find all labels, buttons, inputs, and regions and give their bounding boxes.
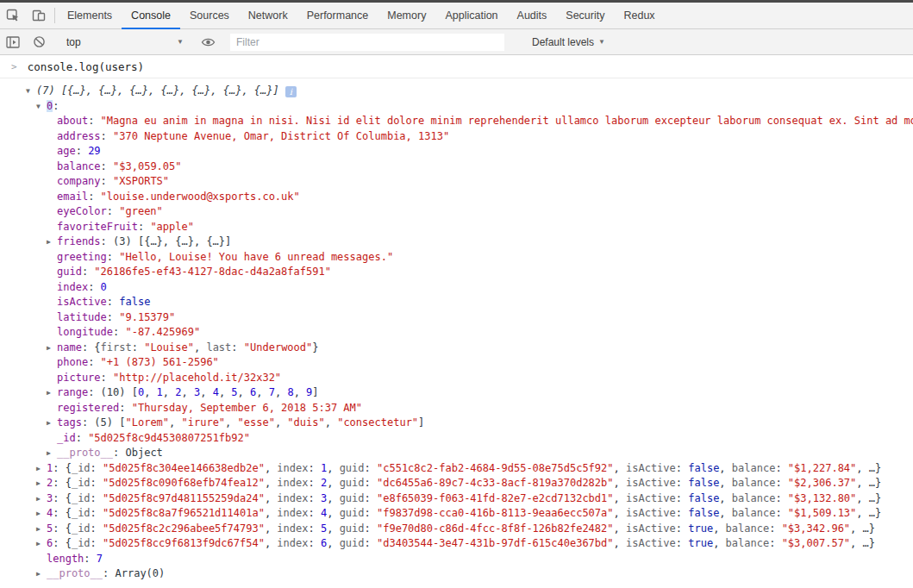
token-p: : — [231, 341, 243, 353]
expand-toggle-icon[interactable]: ▶ — [47, 385, 57, 401]
tab-sources[interactable]: Sources — [180, 3, 239, 29]
filter-input[interactable] — [230, 34, 504, 51]
token-k: address — [57, 130, 101, 142]
token-k: balance — [57, 160, 101, 172]
tree-row: _id: "5d025f8c9d4530807251fb92" — [0, 431, 913, 447]
token-k: email — [57, 191, 88, 203]
token-p: : — [76, 432, 88, 444]
token-p: : — [308, 477, 320, 489]
tree-row: greeting: "Hello, Louise! You have 6 unr… — [0, 250, 913, 266]
token-kd: isActive — [626, 462, 676, 474]
expand-toggle-icon[interactable]: ▼ — [36, 99, 47, 115]
token-p: : — [91, 492, 103, 504]
tab-application[interactable]: Application — [435, 3, 507, 29]
token-p: : — [775, 462, 787, 474]
expand-toggle-icon[interactable]: ▶ — [47, 446, 57, 461]
console-sidebar-icon[interactable] — [0, 36, 26, 48]
tab-elements[interactable]: Elements — [58, 3, 122, 29]
token-p: : — [775, 507, 787, 519]
token-p: , — [325, 416, 337, 428]
frame-context-selector[interactable]: top ▼ — [58, 33, 189, 52]
token-k: age — [57, 145, 76, 157]
token-p: , — [614, 522, 626, 535]
token-p: , — [265, 537, 277, 549]
inspect-cursor-icon[interactable] — [0, 3, 26, 28]
token-p: : — [676, 492, 688, 504]
token-b: false — [688, 507, 719, 519]
toolbar-separator — [54, 8, 55, 23]
log-levels-dropdown[interactable]: Default levels ▼ — [532, 36, 605, 48]
token-p: : — [365, 507, 377, 519]
tab-network[interactable]: Network — [239, 3, 297, 29]
expand-toggle-icon[interactable]: ▶ — [36, 522, 47, 537]
token-p: : — [101, 160, 113, 172]
token-p: : — [103, 567, 115, 579]
token-s: "9.15379" — [119, 311, 175, 323]
live-expression-eye-icon[interactable] — [195, 36, 221, 48]
tree-row: about: "Magna eu anim in magna in nisi. … — [0, 114, 913, 129]
token-p: , — [194, 341, 206, 353]
token-kd: balance — [732, 477, 776, 489]
token-k: favoriteFruit — [57, 221, 138, 233]
tab-redux[interactable]: Redux — [614, 3, 664, 29]
tab-security[interactable]: Security — [556, 3, 614, 29]
expand-toggle-icon[interactable]: ▶ — [36, 476, 47, 491]
token-n: 2 — [175, 386, 181, 398]
token-kd: balance — [726, 522, 770, 535]
token-p: , — [163, 386, 175, 398]
token-kd: _id — [72, 537, 91, 549]
token-p: , — [182, 386, 194, 398]
token-k: guid — [57, 266, 82, 278]
token-k: length — [47, 553, 84, 565]
token-s: "5d025f8c97d481155259da24" — [103, 492, 265, 504]
expand-toggle-icon[interactable]: ▶ — [47, 235, 57, 250]
token-n: 7 — [97, 553, 103, 565]
tab-console[interactable]: Console — [122, 3, 180, 29]
token-k: greeting — [57, 251, 107, 263]
token-s: "e8f65039-f063-41fd-82e7-e2cd7132cbd1" — [377, 492, 614, 504]
token-p: : — [101, 175, 113, 187]
tab-performance[interactable]: Performance — [297, 3, 378, 29]
token-p: : — [91, 522, 103, 535]
expand-toggle-icon[interactable]: ▶ — [36, 536, 47, 552]
token-s: "5d025f8c8a7f96521d11401a" — [103, 507, 265, 519]
token-kd: balance — [726, 537, 770, 549]
tab-memory[interactable]: Memory — [378, 3, 435, 29]
console-command-row[interactable]: > console.log(users) — [0, 55, 913, 78]
token-p: : — [365, 477, 377, 489]
token-p: : { — [53, 492, 72, 504]
tree-row: ▶friends: (3) [{…}, {…}, {…}] — [0, 235, 913, 250]
tree-row: eyeColor: "green" — [0, 204, 913, 220]
device-toolbar-icon[interactable] — [26, 3, 52, 28]
token-p: , — [275, 386, 287, 398]
token-n: 29 — [88, 145, 100, 157]
expand-toggle-icon[interactable]: ▶ — [36, 491, 47, 507]
value-info-icon[interactable]: i — [285, 86, 297, 97]
clear-console-icon[interactable] — [26, 35, 52, 48]
token-s: "5d025f8c9d4530807251fb92" — [88, 432, 250, 444]
token-b: false — [688, 477, 719, 489]
token-s: "$1,227.84" — [788, 462, 856, 474]
expand-toggle-icon[interactable]: ▶ — [36, 566, 47, 582]
expand-toggle-icon[interactable]: ▶ — [47, 416, 57, 431]
token-p: , — [719, 507, 731, 519]
token-s: "26186fe5-ef43-4127-8dac-d4a2a8faf591" — [94, 266, 331, 278]
token-s: "$3,342.96" — [782, 522, 850, 535]
token-s: "esse" — [238, 416, 275, 428]
expand-toggle-icon[interactable]: ▶ — [36, 461, 47, 477]
token-kd: index — [277, 477, 308, 489]
token-b: true — [688, 522, 713, 535]
token-p: , — [265, 477, 277, 489]
token-p: , — [713, 522, 725, 535]
token-kd: guid — [340, 462, 365, 474]
token-p: , — [327, 537, 339, 549]
expand-toggle-icon[interactable]: ▶ — [47, 341, 57, 356]
tree-row: guid: "26186fe5-ef43-4127-8dac-d4a2a8faf… — [0, 265, 913, 280]
token-p: : — [365, 522, 377, 535]
token-p: : — [76, 145, 88, 157]
expand-toggle-icon[interactable]: ▶ — [36, 506, 47, 522]
tab-audits[interactable]: Audits — [508, 3, 557, 29]
token-kd: balance — [732, 492, 776, 504]
tree-row: longitude: "-87.425969" — [0, 325, 913, 341]
expand-toggle-icon[interactable]: ▼ — [26, 84, 36, 99]
